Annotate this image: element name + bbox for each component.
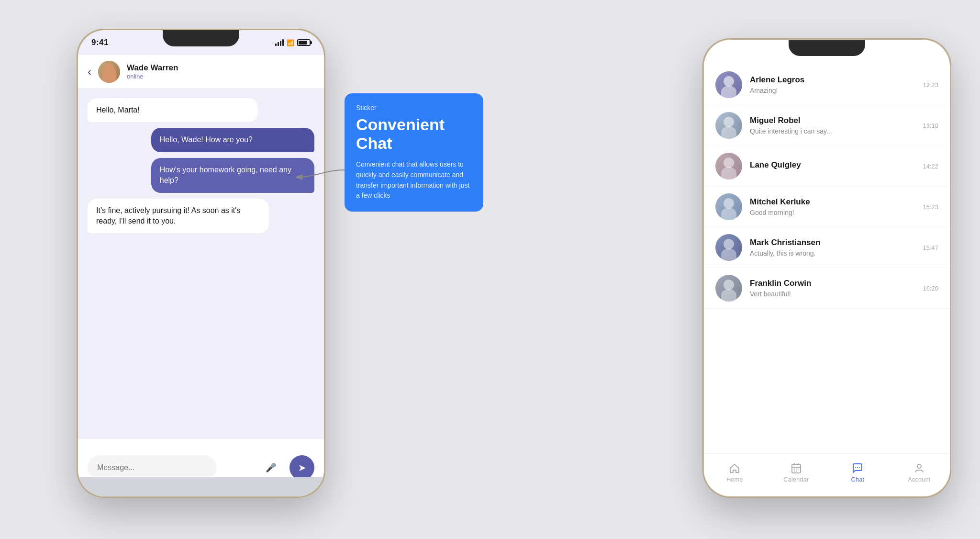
contact-name: Lane Quigley (750, 160, 915, 170)
back-button[interactable]: ‹ (88, 65, 91, 79)
phone2-notch (789, 40, 865, 56)
message-time: 15:23 (923, 203, 938, 211)
contact-status: online (127, 73, 314, 80)
send-icon: ➤ (298, 462, 306, 473)
svg-rect-6 (798, 469, 799, 470)
contact-info: Wade Warren online (127, 63, 314, 80)
keyboard-hint (78, 477, 324, 496)
svg-rect-7 (794, 471, 795, 472)
contact-name: Franklin Corwin (750, 279, 915, 288)
contact-avatar (98, 61, 120, 83)
message-time: 16:20 (923, 285, 938, 292)
contact-name: Mitchel Kerluke (750, 197, 915, 207)
sticker-tooltip: Sticker Convenient Chat Convenient chat … (345, 93, 483, 212)
message-preview: Good morning! (750, 209, 915, 216)
message-incoming-1: Hello, Marta! (88, 98, 258, 122)
list-item[interactable]: Miguel Robel Quite interesting i can say… (704, 105, 950, 146)
phone1-notch (163, 30, 239, 46)
list-item[interactable]: Mitchel Kerluke Good morning! 15:23 (704, 187, 950, 227)
chat-icon (852, 462, 863, 474)
chat-header: ‹ Wade Warren online (78, 55, 324, 89)
sticker-title: Convenient Chat (356, 115, 472, 153)
avatar (715, 153, 742, 180)
list-content: Miguel Robel Quite interesting i can say… (750, 116, 915, 135)
avatar (715, 112, 742, 139)
microphone-icon[interactable]: 🎤 (266, 462, 276, 473)
send-button[interactable]: ➤ (290, 455, 314, 480)
message-outgoing-1: Hello, Wade! How are you? (151, 128, 314, 152)
home-icon (729, 462, 740, 474)
phone1-status-icons: 📶 (275, 39, 311, 46)
message-time: 13:10 (923, 122, 938, 129)
phone1: 9:41 📶 ‹ Wade Warren (77, 29, 325, 498)
avatar (715, 234, 742, 261)
calendar-icon (791, 462, 802, 474)
list-item[interactable]: Franklin Corwin Vert beautiful! 16:20 (704, 268, 950, 309)
avatar (715, 275, 742, 302)
list-item[interactable]: Lane Quigley 14:22 (704, 146, 950, 187)
list-content: Franklin Corwin Vert beautiful! (750, 279, 915, 298)
message-time: 14:22 (923, 163, 938, 170)
sticker-label: Sticker (356, 104, 472, 112)
contact-name: Mark Christiansen (750, 238, 915, 247)
nav-chat-label: Chat (851, 476, 864, 483)
contact-name: Arlene Legros (750, 75, 915, 85)
nav-account-label: Account (908, 476, 930, 483)
svg-point-10 (857, 467, 858, 468)
svg-point-11 (859, 467, 860, 468)
message-preview: Vert beautiful! (750, 290, 915, 298)
nav-chat[interactable]: Chat (827, 462, 889, 483)
svg-rect-5 (796, 469, 797, 470)
list-item[interactable]: Mark Christiansen Actually, this is wron… (704, 227, 950, 268)
wifi-icon: 📶 (287, 39, 294, 46)
nav-home-label: Home (726, 476, 743, 483)
nav-calendar[interactable]: Calendar (766, 462, 827, 483)
nav-home[interactable]: Home (704, 462, 766, 483)
list-content: Mark Christiansen Actually, this is wron… (750, 238, 915, 257)
account-icon (913, 462, 925, 474)
phone2: Arlene Legros Amazing! 12:23 Miguel Robe… (702, 38, 951, 498)
list-content: Lane Quigley (750, 160, 915, 172)
bottom-nav: Home Calendar (704, 453, 950, 496)
message-time: 12:23 (923, 81, 938, 89)
nav-calendar-label: Calendar (783, 476, 809, 483)
svg-rect-4 (794, 469, 795, 470)
list-content: Mitchel Kerluke Good morning! (750, 197, 915, 216)
sticker-description: Convenient chat that allows users to qui… (356, 159, 472, 201)
nav-account[interactable]: Account (889, 462, 950, 483)
message-preview: Actually, this is wrong. (750, 249, 915, 257)
list-item[interactable]: Arlene Legros Amazing! 12:23 (704, 65, 950, 105)
avatar (715, 71, 742, 98)
message-outgoing-2: How's your homework going, need any help… (151, 158, 314, 193)
phone1-time: 9:41 (91, 38, 109, 47)
avatar (715, 193, 742, 220)
message-preview: Quite interesting i can say... (750, 127, 915, 135)
chat-list: Arlene Legros Amazing! 12:23 Miguel Robe… (704, 65, 950, 453)
message-preview: Amazing! (750, 87, 915, 94)
list-content: Arlene Legros Amazing! (750, 75, 915, 94)
messages-area: Hello, Marta! Hello, Wade! How are you? … (78, 89, 324, 439)
battery-icon (297, 39, 311, 46)
message-time: 15:47 (923, 244, 938, 251)
svg-point-9 (855, 467, 856, 468)
contact-name: Wade Warren (127, 63, 314, 73)
signal-icon (275, 39, 284, 46)
contact-name: Miguel Robel (750, 116, 915, 125)
message-incoming-2: It's fine, actively pursuing it! As soon… (88, 199, 269, 234)
svg-rect-8 (796, 471, 797, 472)
message-input[interactable] (88, 455, 217, 480)
svg-point-12 (917, 464, 921, 468)
